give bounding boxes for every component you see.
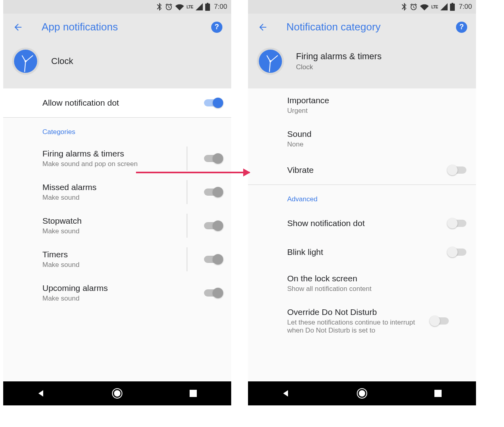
vertical-separator <box>187 247 187 271</box>
category-sub: Make sound <box>42 295 204 303</box>
vertical-separator <box>187 214 187 238</box>
status-bar: LTE 7:00 <box>248 0 476 14</box>
lock-screen-row[interactable]: On the lock screen Show all notification… <box>248 267 476 300</box>
allow-dot-toggle[interactable] <box>204 99 222 106</box>
annotation-arrow <box>136 172 250 173</box>
sound-row[interactable]: Sound None <box>248 122 476 156</box>
category-firing-alarms[interactable]: Firing alarms & timers Make sound and po… <box>3 142 231 175</box>
blink-light-label: Blink light <box>287 247 449 257</box>
lock-screen-label: On the lock screen <box>287 274 466 283</box>
status-time: 7:00 <box>214 3 227 11</box>
alarm-icon <box>165 3 173 11</box>
phone-left: LTE 7:00 App notifications ? Clock Allow… <box>3 0 231 405</box>
category-timers[interactable]: Timers Make sound <box>3 243 231 276</box>
app-name: Clock <box>51 56 73 66</box>
override-dnd-label: Override Do Not Disturb <box>287 307 431 317</box>
page-title: Notification category <box>286 21 456 33</box>
category-sub: Make sound <box>42 227 204 235</box>
override-dnd-sub: Let these notifications continue to inte… <box>287 319 431 335</box>
category-toggle[interactable] <box>204 188 222 196</box>
bluetooth-icon <box>157 3 162 11</box>
blink-light-toggle[interactable] <box>449 249 466 256</box>
status-bar: LTE 7:00 <box>3 0 231 14</box>
importance-label: Importance <box>287 96 466 105</box>
category-sub: Make sound <box>42 261 204 269</box>
lte-label: LTE <box>431 5 438 9</box>
show-dot-label: Show notification dot <box>287 219 449 228</box>
vibrate-label: Vibrate <box>287 165 449 175</box>
nav-recent-button[interactable] <box>432 387 444 399</box>
lock-screen-sub: Show all notification content <box>287 285 466 293</box>
override-dnd-row[interactable]: Override Do Not Disturb Let these notifi… <box>248 300 476 337</box>
clock-app-icon <box>12 48 39 75</box>
bluetooth-icon <box>402 3 407 11</box>
phone-right: LTE 7:00 Notification category ? Firing … <box>248 0 476 405</box>
nav-bar <box>248 381 476 405</box>
nav-home-button[interactable] <box>356 387 368 399</box>
blink-light-row[interactable]: Blink light <box>248 238 476 267</box>
sound-label: Sound <box>287 129 466 139</box>
allow-dot-label: Allow notification dot <box>42 98 204 108</box>
clock-app-icon <box>257 48 284 75</box>
show-dot-toggle[interactable] <box>449 220 466 227</box>
battery-icon <box>450 3 455 11</box>
category-title: Upcoming alarms <box>42 283 204 293</box>
svg-point-4 <box>359 390 365 397</box>
category-title: Missed alarms <box>42 182 204 192</box>
app-bar: Notification category ? <box>248 14 476 40</box>
category-toggle[interactable] <box>204 289 222 297</box>
category-title: Stopwatch <box>42 216 204 226</box>
category-sub: Make sound and pop on screen <box>42 160 204 168</box>
vibrate-toggle[interactable] <box>449 166 466 174</box>
content: Importance Urgent Sound None Vibrate Adv… <box>248 88 476 381</box>
nav-home-button[interactable] <box>111 387 123 399</box>
category-upcoming-alarms[interactable]: Upcoming alarms Make sound <box>3 276 231 310</box>
advanced-label: Advanced <box>248 185 476 209</box>
svg-rect-2 <box>190 390 197 397</box>
lte-label: LTE <box>186 5 193 9</box>
app-header: Firing alarms & timers Clock <box>248 40 476 88</box>
sound-value: None <box>287 140 466 148</box>
importance-value: Urgent <box>287 107 466 115</box>
signal-icon <box>440 3 448 10</box>
importance-row[interactable]: Importance Urgent <box>248 88 476 122</box>
signal-icon <box>196 3 203 10</box>
help-button[interactable]: ? <box>456 22 467 33</box>
category-toggle[interactable] <box>204 155 222 162</box>
svg-point-1 <box>114 390 120 397</box>
wifi-icon <box>420 3 429 10</box>
vibrate-row[interactable]: Vibrate <box>248 156 476 184</box>
category-app: Clock <box>296 63 382 71</box>
svg-rect-5 <box>434 390 442 397</box>
category-stopwatch[interactable]: Stopwatch Make sound <box>3 209 231 243</box>
battery-icon <box>205 3 210 11</box>
categories-label: Categories <box>3 118 231 142</box>
app-bar: App notifications ? <box>3 14 231 40</box>
nav-back-button[interactable] <box>35 387 47 399</box>
page-title: App notifications <box>42 21 211 33</box>
show-dot-row[interactable]: Show notification dot <box>248 209 476 238</box>
status-time: 7:00 <box>459 3 472 11</box>
app-header: Clock <box>3 40 231 88</box>
category-title: Firing alarms & timers <box>42 149 204 158</box>
allow-notification-dot-row[interactable]: Allow notification dot <box>3 88 231 117</box>
vertical-separator <box>187 180 187 204</box>
category-sub: Make sound <box>42 194 204 202</box>
back-button[interactable] <box>12 21 24 33</box>
category-title: Timers <box>42 250 204 259</box>
content: Allow notification dot Categories Firing… <box>3 88 231 381</box>
vertical-separator <box>187 146 187 170</box>
category-name: Firing alarms & timers <box>296 51 382 62</box>
category-toggle[interactable] <box>204 256 222 263</box>
wifi-icon <box>175 3 184 10</box>
category-missed-alarms[interactable]: Missed alarms Make sound <box>3 175 231 209</box>
category-toggle[interactable] <box>204 222 222 229</box>
nav-recent-button[interactable] <box>187 387 199 399</box>
override-dnd-toggle[interactable] <box>431 317 449 325</box>
back-button[interactable] <box>257 21 269 33</box>
help-button[interactable]: ? <box>211 22 222 33</box>
nav-bar <box>3 381 231 405</box>
alarm-icon <box>410 3 418 11</box>
nav-back-button[interactable] <box>280 387 292 399</box>
